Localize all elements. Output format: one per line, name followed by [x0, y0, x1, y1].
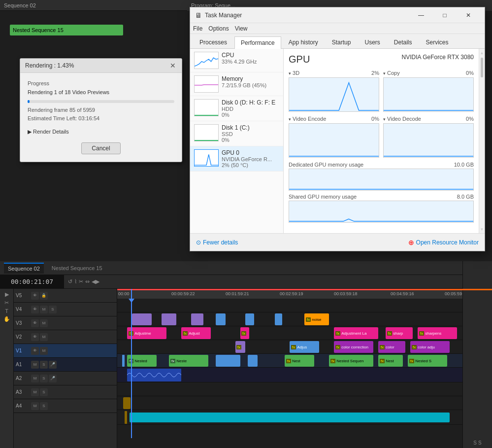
memory-graph — [194, 75, 219, 93]
timecode-display[interactable]: 00:00:21:07 — [0, 275, 64, 289]
clip-v1-neste2[interactable]: fx Neste — [169, 355, 208, 367]
a1-mic[interactable]: 🎤 — [49, 361, 57, 369]
a2-s[interactable]: S — [40, 375, 48, 382]
v5-lock[interactable]: 🔒 — [40, 292, 48, 300]
audio-clip-a1[interactable] — [127, 369, 181, 381]
scroll-down-button[interactable]: ▼ — [479, 225, 485, 233]
a1-s[interactable]: S — [40, 361, 48, 369]
v2-lock[interactable]: M — [40, 333, 48, 341]
v1-lock[interactable]: M — [40, 347, 48, 355]
render-cancel-button[interactable]: Cancel — [81, 142, 120, 154]
maximize-button[interactable]: □ — [433, 7, 456, 23]
clip-sharp-label: sharp — [393, 331, 403, 336]
tab-app-history[interactable]: App history — [282, 36, 325, 48]
v4-lock[interactable]: M — [40, 306, 48, 313]
a2-m[interactable]: M — [31, 375, 39, 382]
v3-eye[interactable]: 👁 — [31, 319, 39, 327]
clip-v4-4[interactable] — [216, 313, 226, 325]
resource-memory[interactable]: Memory 7.2/15.9 GB (45%) — [190, 72, 283, 96]
v3-lock[interactable]: M — [40, 319, 48, 327]
clip-v3-adj2[interactable]: fx Adjust — [181, 327, 211, 339]
scroll-up-button[interactable]: ▲ — [479, 49, 485, 57]
resource-disk1[interactable]: Disk 1 (C:) SSD0% — [190, 121, 283, 146]
a4-s[interactable]: S — [40, 402, 48, 410]
playhead — [131, 289, 132, 438]
clip-v3-adj3[interactable]: fx Adjustment La — [334, 327, 378, 339]
clip-v2-color[interactable]: fx color correction — [334, 341, 373, 353]
a1-label: A1 — [16, 362, 30, 367]
clip-v1-nest3[interactable]: fx Nest — [378, 355, 403, 367]
sidebar-tool-arrow[interactable]: ▶ — [5, 291, 9, 298]
a4-m[interactable]: M — [31, 402, 39, 410]
menu-file[interactable]: File — [193, 25, 202, 32]
tab-nested-sequence[interactable]: Nested Sequence 15 — [48, 263, 106, 273]
v2-eye[interactable]: 👁 — [31, 333, 39, 341]
clip-v1-nested2[interactable]: fx Nested Sequen — [329, 355, 373, 367]
clip-v4-1[interactable] — [132, 313, 152, 325]
close-button[interactable]: ✕ — [457, 7, 480, 23]
render-close-button[interactable]: ✕ — [169, 62, 177, 69]
clip-v2-color3[interactable]: fx color adju — [410, 341, 450, 353]
tab-performance[interactable]: Performance — [234, 36, 281, 49]
clip-v2-color2[interactable]: fx color — [378, 341, 405, 353]
tab-services[interactable]: Services — [420, 36, 455, 48]
tool-nest[interactable]: ↺ — [68, 278, 72, 285]
v2-controls: 👁 M — [31, 333, 48, 341]
tab-sequence02[interactable]: Sequence 02 — [4, 263, 44, 274]
clip-v4-2[interactable] — [162, 313, 176, 325]
clip-v1-nested3[interactable]: fx Nested S — [408, 355, 447, 367]
sidebar-tool-cut[interactable]: ✂ — [4, 300, 9, 306]
menu-view[interactable]: View — [235, 25, 248, 32]
render-task-text: Rendering 1 of 18 Video Previews — [28, 89, 174, 95]
tab-details[interactable]: Details — [388, 36, 419, 48]
a1-m[interactable]: M — [31, 361, 39, 369]
clip-v3-sharpens[interactable]: fx sharpens — [418, 327, 457, 339]
disk1-info: Disk 1 (C:) SSD0% — [222, 124, 279, 143]
task-manager-titlebar: 🖥 Task Manager — □ ✕ — [190, 7, 485, 23]
a3-s[interactable]: S — [40, 388, 48, 396]
resource-cpu[interactable]: CPU 33% 4.29 GHz — [190, 49, 283, 72]
tab-processes[interactable]: Processes — [193, 36, 233, 48]
menu-options[interactable]: Options — [208, 25, 229, 32]
tab-startup[interactable]: Startup — [326, 36, 358, 48]
clip-v1-4[interactable] — [248, 355, 258, 367]
v5-eye[interactable]: 👁 — [31, 292, 39, 300]
audio-clip-a4-small[interactable] — [125, 411, 127, 424]
clip-v2-adj[interactable]: fx Adjus — [290, 341, 319, 353]
clip-v1-3[interactable] — [216, 355, 240, 367]
v4-sync[interactable]: S — [49, 306, 57, 313]
v4-eye[interactable]: 👁 — [31, 306, 39, 313]
task-manager-scrollbar[interactable]: ▲ ▼ — [479, 49, 485, 233]
task-manager-icon: 🖥 — [195, 11, 202, 19]
tool-slide[interactable]: ◀▶ — [92, 278, 99, 285]
tab-users[interactable]: Users — [358, 36, 386, 48]
sidebar-tool-hand[interactable]: ✋ — [3, 316, 10, 322]
clip-v1-0[interactable] — [122, 355, 125, 367]
clip-v3-3[interactable]: fx — [240, 327, 249, 339]
resource-gpu0[interactable]: GPU 0 NVIDIA GeForce R...2% (50 °C) — [190, 146, 283, 172]
fx-badge-v2-3: fx — [335, 345, 340, 349]
clip-v3-adj1[interactable]: fx Adjustme — [127, 327, 166, 339]
clip-v4-3[interactable] — [191, 313, 203, 325]
fewer-details-button[interactable]: ⊙ Fewer details — [196, 239, 238, 246]
clip-v4-5[interactable] — [245, 313, 254, 325]
a2-mic[interactable]: 🎤 — [49, 375, 57, 382]
render-details-toggle[interactable]: ▶ Render Details — [28, 129, 174, 135]
tool-razor[interactable]: ✂ — [79, 278, 83, 285]
tool-lift[interactable]: ⌇ — [74, 278, 77, 285]
clip-v4-noise[interactable]: fx noise — [304, 313, 329, 325]
clip-v2-fx[interactable]: fx — [235, 341, 245, 353]
audio-clip-a3[interactable] — [123, 397, 131, 409]
open-resource-monitor-button[interactable]: ⊕ Open Resource Monitor — [408, 239, 479, 246]
disk1-graph — [194, 124, 219, 141]
a3-m[interactable]: M — [31, 388, 39, 396]
v1-eye[interactable]: 👁 — [31, 347, 39, 355]
sidebar-tool-type[interactable]: T — [5, 308, 8, 314]
audio-clip-a4-main[interactable] — [130, 413, 450, 422]
resource-disk0[interactable]: Disk 0 (D: H: G: F: E HDD0% — [190, 96, 283, 121]
clip-v3-sharp[interactable]: fx sharp — [386, 327, 413, 339]
clip-v4-6[interactable] — [275, 313, 282, 325]
tool-slip[interactable]: ⇔ — [85, 278, 90, 285]
minimize-button[interactable]: — — [410, 7, 432, 23]
clip-v1-nest[interactable]: fx Nest — [285, 355, 314, 367]
